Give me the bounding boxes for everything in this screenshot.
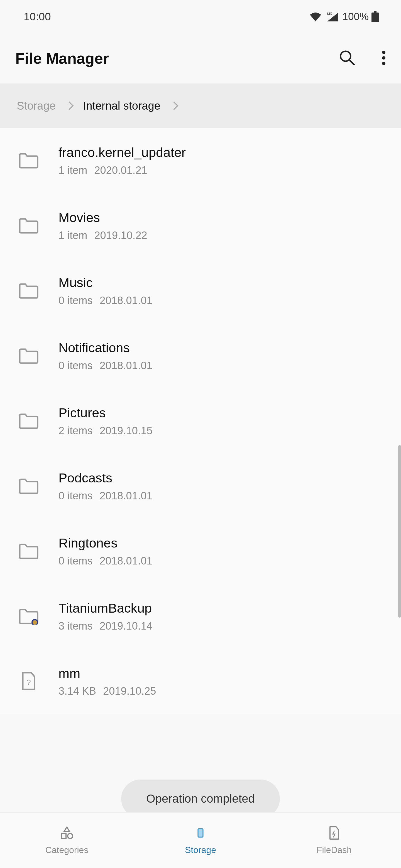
signal-lte-icon: LTE xyxy=(324,12,340,22)
list-item-info: 3 items xyxy=(58,620,92,632)
list-item[interactable]: Ringtones0 items2018.01.01 xyxy=(0,519,401,584)
folder-icon xyxy=(18,150,39,171)
list-item-name: Pictures xyxy=(58,405,384,421)
list-item-meta: 2 items2019.10.15 xyxy=(58,425,384,437)
list-item-name: TitaniumBackup xyxy=(58,600,384,616)
wifi-icon xyxy=(309,12,322,22)
battery-percentage: 100% xyxy=(342,11,369,23)
list-item-meta: 3 items2019.10.14 xyxy=(58,620,384,632)
list-item-name: Ringtones xyxy=(58,535,384,551)
list-item-info: 1 item xyxy=(58,229,87,241)
search-icon xyxy=(339,50,355,66)
file-icon: ? xyxy=(18,671,39,692)
list-item-info: 0 items xyxy=(58,294,92,306)
list-item-name: Podcasts xyxy=(58,470,384,486)
list-item[interactable]: Notifications0 items2018.01.01 xyxy=(0,323,401,389)
list-item-info: 2 items xyxy=(58,425,92,436)
folder-icon xyxy=(18,345,39,366)
list-item-date: 2018.01.01 xyxy=(99,294,152,306)
list-item-text: franco.kernel_updater1 item2020.01.21 xyxy=(58,145,384,176)
list-item-text: Podcasts0 items2018.01.01 xyxy=(58,470,384,502)
folder-icon xyxy=(18,541,39,562)
list-item-info: 0 items xyxy=(58,490,92,502)
list-item-name: Movies xyxy=(58,210,384,225)
nav-label: Categories xyxy=(46,845,89,855)
list-item[interactable]: Music0 items2018.01.01 xyxy=(0,258,401,323)
list-item-text: Notifications0 items2018.01.01 xyxy=(58,340,384,372)
app-header: File Manager xyxy=(0,33,401,84)
list-item-meta: 1 item2020.01.21 xyxy=(58,164,384,176)
chevron-right-icon xyxy=(65,101,74,110)
list-item-info: 3.14 KB xyxy=(58,685,96,697)
folder-icon xyxy=(18,476,39,497)
list-item-date: 2019.10.25 xyxy=(103,685,156,697)
bottom-nav: CategoriesStorageFileDash xyxy=(0,812,401,868)
list-item[interactable]: ?mm3.14 KB2019.10.25 xyxy=(0,649,401,714)
svg-point-9 xyxy=(33,620,37,625)
search-button[interactable] xyxy=(339,50,355,67)
list-item-meta: 0 items2018.01.01 xyxy=(58,555,384,567)
more-vert-icon xyxy=(382,50,386,65)
list-item-meta: 0 items2018.01.01 xyxy=(58,490,384,502)
list-item-name: mm xyxy=(58,665,384,681)
app-title: File Manager xyxy=(15,50,109,67)
categories-icon xyxy=(60,826,74,840)
nav-item-storage[interactable]: Storage xyxy=(134,826,267,855)
nav-item-categories[interactable]: Categories xyxy=(0,826,134,855)
chevron-right-icon xyxy=(170,101,178,110)
folder-icon xyxy=(18,280,39,301)
list-item-meta: 0 items2018.01.01 xyxy=(58,360,384,372)
svg-point-12 xyxy=(68,834,73,838)
list-item-meta: 1 item2019.10.22 xyxy=(58,229,384,242)
list-item-name: Music xyxy=(58,275,384,290)
file-list: franco.kernel_updater1 item2020.01.21Mov… xyxy=(0,128,401,714)
svg-line-4 xyxy=(349,60,354,65)
svg-point-5 xyxy=(382,51,385,54)
folder-icon xyxy=(18,215,39,236)
svg-rect-11 xyxy=(61,834,66,838)
list-item-name: franco.kernel_updater xyxy=(58,145,384,160)
list-item-text: Movies1 item2019.10.22 xyxy=(58,210,384,242)
svg-text:?: ? xyxy=(26,678,31,687)
more-options-button[interactable] xyxy=(382,50,386,66)
list-item-date: 2020.01.21 xyxy=(94,164,147,176)
list-item-info: 0 items xyxy=(58,555,92,567)
list-item-text: Ringtones0 items2018.01.01 xyxy=(58,535,384,567)
list-item-meta: 0 items2018.01.01 xyxy=(58,294,384,307)
breadcrumb-current[interactable]: Internal storage xyxy=(83,100,161,112)
folder-icon xyxy=(18,606,39,627)
svg-rect-1 xyxy=(371,12,379,22)
nav-label: Storage xyxy=(185,845,216,855)
list-item[interactable]: TitaniumBackup3 items2019.10.14 xyxy=(0,584,401,649)
list-item-text: Pictures2 items2019.10.15 xyxy=(58,405,384,437)
svg-point-7 xyxy=(382,62,385,65)
breadcrumb: Storage Internal storage xyxy=(0,84,401,128)
nav-label: FileDash xyxy=(317,845,352,855)
status-time: 10:00 xyxy=(24,10,51,23)
list-item[interactable]: franco.kernel_updater1 item2020.01.21 xyxy=(0,128,401,193)
list-item-name: Notifications xyxy=(58,340,384,355)
svg-point-6 xyxy=(382,56,385,60)
list-item-text: Music0 items2018.01.01 xyxy=(58,275,384,307)
list-item[interactable]: Pictures2 items2019.10.15 xyxy=(0,389,401,454)
header-actions xyxy=(339,50,386,67)
breadcrumb-root[interactable]: Storage xyxy=(17,100,56,112)
list-item-date: 2019.10.15 xyxy=(99,425,152,436)
svg-rect-2 xyxy=(374,11,376,13)
list-item[interactable]: Movies1 item2019.10.22 xyxy=(0,193,401,258)
nav-item-filedash[interactable]: FileDash xyxy=(267,826,401,855)
list-item[interactable]: Podcasts0 items2018.01.01 xyxy=(0,454,401,519)
list-item-info: 0 items xyxy=(58,360,92,371)
list-item-meta: 3.14 KB2019.10.25 xyxy=(58,685,384,697)
battery-icon xyxy=(371,11,379,22)
storage-icon xyxy=(194,826,207,840)
status-bar: 10:00 LTE 100% xyxy=(0,0,401,33)
folder-icon xyxy=(18,411,39,432)
status-indicators: LTE 100% xyxy=(309,11,379,23)
list-item-date: 2018.01.01 xyxy=(99,490,152,502)
scroll-indicator[interactable] xyxy=(398,445,401,618)
svg-text:LTE: LTE xyxy=(327,12,332,15)
list-item-date: 2019.10.22 xyxy=(94,229,147,241)
list-item-text: mm3.14 KB2019.10.25 xyxy=(58,665,384,697)
list-item-date: 2018.01.01 xyxy=(99,360,152,371)
